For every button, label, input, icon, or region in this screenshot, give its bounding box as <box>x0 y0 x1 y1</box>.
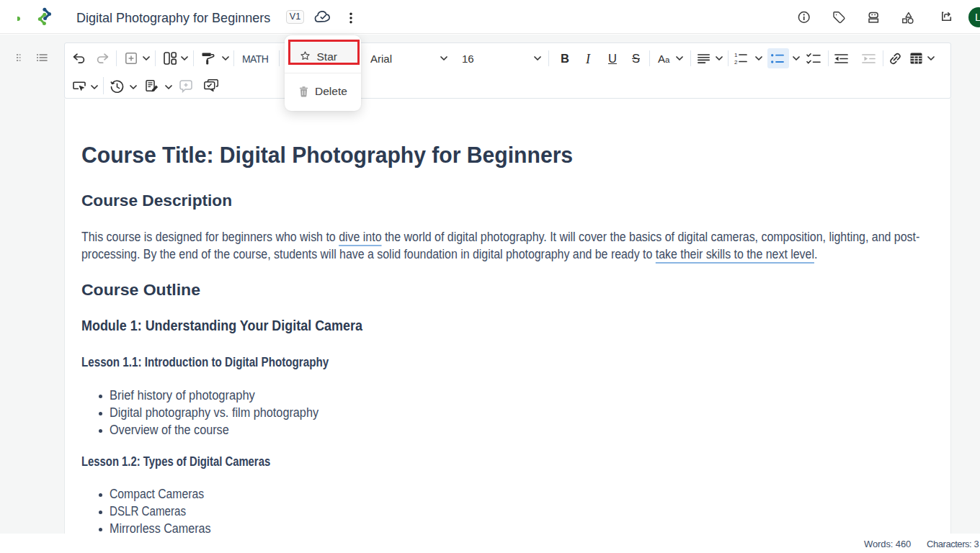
svg-text:1: 1 <box>734 53 738 58</box>
svg-text:2: 2 <box>734 59 738 65</box>
